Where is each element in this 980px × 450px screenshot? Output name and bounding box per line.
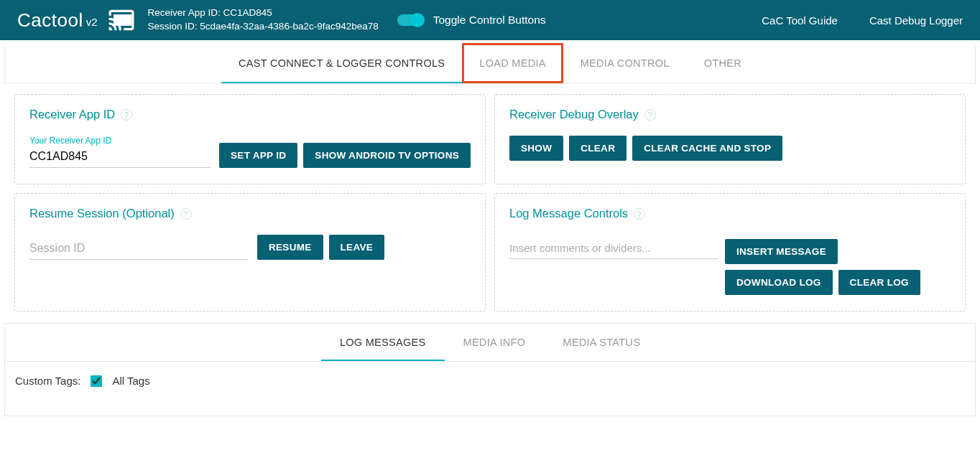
link-logger[interactable]: Cast Debug Logger xyxy=(869,14,963,27)
panel-receiver-app-id: Receiver App ID ? Your Receiver App ID S… xyxy=(14,94,486,184)
clear-overlay-button[interactable]: CLEAR xyxy=(569,136,627,161)
tab-log-messages[interactable]: LOG MESSAGES xyxy=(321,324,445,361)
brand-name: Cactool xyxy=(17,9,83,32)
panel-title: Resume Session (Optional) ? xyxy=(29,207,471,220)
svg-rect-0 xyxy=(113,14,131,26)
help-icon[interactable]: ? xyxy=(121,109,132,121)
panel-title: Receiver App ID ? xyxy=(29,108,471,121)
show-android-tv-options-button[interactable]: SHOW ANDROID TV OPTIONS xyxy=(303,143,471,168)
toggle-control-buttons[interactable]: Toggle Control Buttons xyxy=(397,14,546,27)
leave-button[interactable]: LEAVE xyxy=(329,235,385,260)
link-guide[interactable]: CaC Tool Guide xyxy=(762,14,838,27)
tab-load-media[interactable]: LOAD MEDIA xyxy=(462,43,563,83)
tab-media-control[interactable]: MEDIA CONTROL xyxy=(563,43,687,83)
set-app-id-button[interactable]: SET APP ID xyxy=(219,143,297,168)
download-log-button[interactable]: DOWNLOAD LOG xyxy=(725,270,833,295)
panel-title-text: Receiver Debug Overlay xyxy=(509,108,639,121)
log-section: LOG MESSAGES MEDIA INFO MEDIA STATUS Cus… xyxy=(4,323,976,416)
tab-media-info[interactable]: MEDIA INFO xyxy=(445,324,545,361)
all-tags-checkbox[interactable] xyxy=(91,375,102,387)
tab-media-status[interactable]: MEDIA STATUS xyxy=(544,324,659,361)
insert-message-button[interactable]: INSERT MESSAGE xyxy=(725,239,838,264)
log-comment-field xyxy=(509,239,718,259)
toggle-label: Toggle Control Buttons xyxy=(433,14,546,27)
clear-log-button[interactable]: CLEAR LOG xyxy=(838,270,920,295)
log-tabs: LOG MESSAGES MEDIA INFO MEDIA STATUS xyxy=(5,324,975,362)
brand-version: v2 xyxy=(86,16,98,28)
panel-resume-session: Resume Session (Optional) ? RESUME LEAVE xyxy=(14,193,486,311)
session-id-text: Session ID: 5cdae4fa-32aa-4386-ba2c-9fac… xyxy=(148,20,379,34)
panel-title: Log Message Controls ? xyxy=(509,207,951,220)
receiver-app-id-field: Your Receiver App ID xyxy=(29,136,211,168)
panel-debug-overlay: Receiver Debug Overlay ? SHOW CLEAR CLEA… xyxy=(494,94,966,184)
cast-icon xyxy=(105,6,138,34)
receiver-app-id-text: Receiver App ID: CC1AD845 xyxy=(148,6,379,20)
custom-tags-label: Custom Tags: xyxy=(15,375,80,387)
panel-title-text: Log Message Controls xyxy=(509,207,628,220)
session-id-field xyxy=(29,239,249,260)
header-links: CaC Tool Guide Cast Debug Logger xyxy=(762,14,963,27)
panel-log-controls: Log Message Controls ? INSERT MESSAGE DO… xyxy=(494,193,966,311)
show-overlay-button[interactable]: SHOW xyxy=(509,136,563,161)
clear-cache-stop-button[interactable]: CLEAR CACHE AND STOP xyxy=(632,136,782,161)
toggle-switch[interactable] xyxy=(397,14,423,26)
tab-other[interactable]: OTHER xyxy=(687,43,759,83)
toggle-knob xyxy=(410,13,425,27)
all-tags-label: All Tags xyxy=(112,375,149,387)
panels-grid: Receiver App ID ? Your Receiver App ID S… xyxy=(4,84,976,323)
log-body: Custom Tags: All Tags xyxy=(5,362,975,416)
panel-title: Receiver Debug Overlay ? xyxy=(509,108,951,121)
receiver-app-id-input[interactable] xyxy=(29,147,211,168)
resume-button[interactable]: RESUME xyxy=(257,235,323,260)
help-icon[interactable]: ? xyxy=(634,208,645,220)
log-comment-input[interactable] xyxy=(509,239,718,259)
brand: Cactool v2 xyxy=(17,9,98,32)
panel-title-text: Resume Session (Optional) xyxy=(29,207,175,220)
panel-title-text: Receiver App ID xyxy=(29,108,115,121)
header-info: Receiver App ID: CC1AD845 Session ID: 5c… xyxy=(148,6,379,34)
help-icon[interactable]: ? xyxy=(180,208,192,220)
help-icon[interactable]: ? xyxy=(644,109,656,121)
tab-cast-connect[interactable]: CAST CONNECT & LOGGER CONTROLS xyxy=(221,43,462,83)
field-label: Your Receiver App ID xyxy=(29,136,211,146)
session-id-input[interactable] xyxy=(29,239,249,260)
main-tabs: CAST CONNECT & LOGGER CONTROLS LOAD MEDI… xyxy=(4,43,976,84)
app-header: Cactool v2 Receiver App ID: CC1AD845 Ses… xyxy=(0,0,980,40)
